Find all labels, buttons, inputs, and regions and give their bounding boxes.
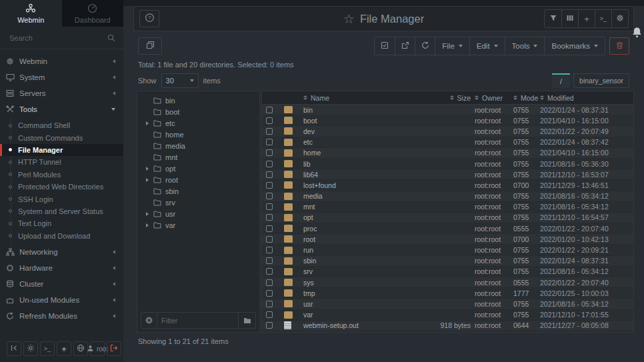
caret-right-icon[interactable] [146, 223, 149, 227]
file-name[interactable]: lost+found [298, 181, 405, 189]
table-row[interactable]: tmproot:root17772022/01/25 - 10:00:03 [262, 288, 633, 299]
row-checkbox[interactable] [266, 279, 273, 286]
file-name[interactable]: sys [298, 279, 405, 287]
file-name[interactable]: mnt [298, 203, 405, 211]
tree-item-mnt[interactable]: mnt [137, 151, 259, 163]
table-row[interactable]: devroot:root07552022/01/22 - 20:07:49 [262, 126, 633, 137]
tree-item-var[interactable]: var [137, 219, 259, 231]
sidebar-item-perl-modules[interactable]: Perl Modules [0, 169, 123, 181]
table-row[interactable]: bootroot:root07552021/04/10 - 16:15:00 [262, 115, 633, 126]
trash-button[interactable] [609, 37, 629, 55]
clear-filter-button[interactable] [141, 313, 157, 328]
column-header-owner[interactable]: Owner [475, 94, 513, 102]
column-header-name[interactable]: Name [298, 94, 405, 102]
sidebar-item-servers[interactable]: Servers [0, 85, 123, 101]
caret-right-icon[interactable] [146, 212, 149, 216]
tab-webmin[interactable]: Webmin [0, 0, 62, 27]
row-checkbox[interactable] [266, 117, 273, 124]
file-name[interactable]: sbin [298, 257, 405, 265]
terminal-button[interactable]: >_ [40, 341, 55, 356]
search-input[interactable] [8, 33, 103, 43]
row-checkbox[interactable] [266, 203, 273, 210]
filter-button[interactable] [545, 10, 561, 27]
row-checkbox[interactable] [266, 311, 273, 318]
refresh-button[interactable] [415, 37, 435, 55]
row-checkbox[interactable] [266, 128, 273, 135]
table-row[interactable]: mntroot:root07552021/08/16 - 05:34:12 [262, 202, 633, 213]
user-button[interactable]: root [90, 341, 105, 356]
sidebar-item-tools[interactable]: Tools [0, 101, 123, 117]
sidebar-item-system-and-server-status[interactable]: System and Server Status [0, 205, 123, 217]
tab-dashboard[interactable]: Dashboard [62, 0, 124, 27]
tree-item-etc[interactable]: etc [137, 117, 259, 129]
sidebar-item-command-shell[interactable]: Command Shell [0, 119, 123, 131]
tree-item-opt[interactable]: opt [137, 163, 259, 174]
bookmarks-menu-button[interactable]: Bookmarks [544, 37, 605, 55]
file-name[interactable]: root [298, 235, 405, 243]
file-name[interactable]: run [298, 246, 405, 254]
logout-button[interactable] [107, 341, 121, 356]
row-checkbox[interactable] [266, 225, 273, 232]
notification-bell-icon[interactable] [632, 27, 642, 41]
path-search-box[interactable]: binary_sensor [573, 73, 629, 88]
select-all-button[interactable] [375, 37, 395, 55]
columns-button[interactable] [561, 10, 578, 27]
table-row[interactable]: webmin-setup.out918 bytesroot:root064420… [262, 321, 633, 331]
tree-item-sbin[interactable]: sbin [137, 185, 259, 197]
table-row[interactable]: homeroot:root07552021/04/10 - 16:15:00 [262, 148, 633, 159]
row-checkbox[interactable] [266, 139, 273, 145]
share-button[interactable] [395, 37, 415, 55]
star-outline-icon[interactable]: ☆ [343, 13, 355, 25]
edit-menu-button[interactable]: Edit [469, 37, 505, 55]
column-header-modified[interactable]: Modified [540, 94, 633, 102]
tree-item-home[interactable]: home [137, 129, 259, 140]
table-row[interactable]: sbinroot:root07552022/01/24 - 08:37:31 [262, 256, 633, 267]
file-name[interactable]: bin [298, 106, 405, 114]
row-checkbox[interactable] [266, 214, 273, 221]
row-checkbox[interactable] [266, 149, 273, 156]
sidebar-item-un-used-modules[interactable]: Un-used Modules [0, 292, 123, 308]
table-row[interactable]: mediaroot:root07552021/08/16 - 05:34:12 [262, 191, 633, 202]
table-row[interactable]: optroot:root07552021/12/10 - 16:54:57 [262, 213, 633, 223]
row-checkbox[interactable] [266, 301, 273, 307]
language-button[interactable] [73, 341, 88, 356]
file-name[interactable]: lib64 [298, 171, 405, 179]
tools-menu-button[interactable]: Tools [505, 37, 545, 55]
file-name[interactable]: media [298, 192, 405, 200]
sidebar-item-webmin[interactable]: Webmin [0, 53, 123, 69]
sidebar-item-networking[interactable]: Networking [0, 244, 123, 260]
file-name[interactable]: srv [298, 267, 405, 275]
sidebar-item-custom-commands[interactable]: Custom Commands [0, 131, 123, 143]
table-row[interactable]: libroot:root07552021/08/16 - 05:36:30 [262, 159, 633, 169]
sidebar-item-http-tunnel[interactable]: HTTP Tunnel [0, 156, 123, 168]
row-checkbox[interactable] [266, 268, 273, 275]
file-name[interactable]: boot [298, 117, 405, 125]
favorites-button[interactable]: ★ [57, 341, 71, 356]
sidebar-item-file-manager[interactable]: File Manager [0, 144, 123, 156]
caret-right-icon[interactable] [146, 121, 149, 125]
theme-toggle-button[interactable] [23, 341, 38, 356]
row-checkbox[interactable] [266, 193, 273, 199]
file-name[interactable]: dev [298, 127, 405, 135]
table-row[interactable]: srvroot:root07552021/08/16 - 05:34:12 [262, 267, 633, 277]
row-checkbox[interactable] [266, 236, 273, 243]
sidebar-item-protected-web-directories[interactable]: Protected Web Directories [0, 181, 123, 193]
table-row[interactable]: varroot:root07552021/12/10 - 17:01:55 [262, 310, 633, 321]
table-row[interactable]: usrroot:root07552021/08/16 - 05:34:12 [262, 299, 633, 309]
page-size-select[interactable]: 30 [161, 73, 199, 88]
settings-button[interactable] [611, 10, 628, 27]
tree-item-bin[interactable]: bin [137, 95, 259, 106]
folder-filter-button[interactable] [238, 313, 255, 328]
file-name[interactable]: var [298, 311, 405, 319]
tree-item-srv[interactable]: srv [137, 197, 259, 208]
filter-input[interactable] [157, 317, 238, 325]
table-row[interactable]: lib64root:root07552021/12/10 - 16:53:07 [262, 169, 633, 180]
file-name[interactable]: lib [298, 160, 405, 168]
column-header-size[interactable]: Size [405, 94, 475, 102]
file-name[interactable]: usr [298, 300, 405, 308]
caret-right-icon[interactable] [146, 178, 149, 182]
sidebar-item-cluster[interactable]: Cluster [0, 276, 123, 292]
table-row[interactable]: rootroot:root07002022/01/20 - 10:42:13 [262, 234, 633, 245]
tree-item-media[interactable]: media [137, 140, 259, 151]
table-row[interactable]: procroot:root05552022/01/22 - 20:07:40 [262, 223, 633, 234]
